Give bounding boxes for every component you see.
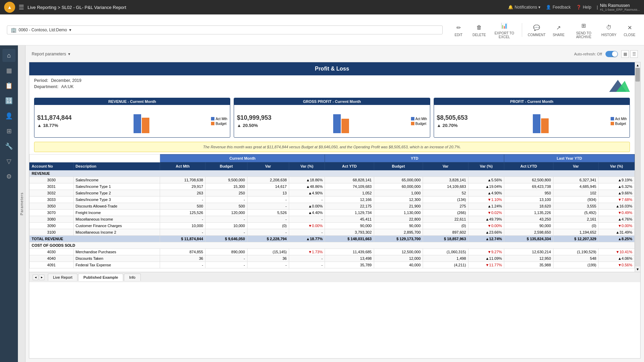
scroll-up-button[interactable]: ▲ [635, 62, 640, 68]
period-value: December, 2019 [51, 78, 81, 83]
cell-var: - [247, 262, 289, 268]
cell-var-pct-ytd: ▼0.00% [468, 223, 504, 229]
cell-bud: 500 [205, 203, 247, 210]
sidebar-icon-modules[interactable]: ⊞ [2, 125, 15, 138]
sidebar-icon-calculator[interactable]: 🔢 [2, 94, 15, 107]
cell-var: (15,145) [247, 249, 289, 255]
sidebar-icon-dashboard[interactable]: ▦ [2, 64, 15, 77]
dept-value: AA:UK [61, 84, 74, 89]
tab-info[interactable]: Info [124, 274, 140, 281]
cell-var-pct-ly: ▲31.49% [599, 229, 635, 236]
kpi-gp-body: $10,999,953 ▲ 20.50% [237, 108, 427, 135]
cell-var-ly: 1,194,652 [553, 229, 599, 236]
edit-button[interactable]: ✏ EDIT [451, 23, 466, 37]
comment-button[interactable]: 💬 COMMENT [528, 23, 546, 37]
kpi-gp-pct-value: 20.50% [243, 123, 258, 128]
chevron-down-icon: ▾ [538, 5, 540, 10]
tab-next-button[interactable]: ▸ [39, 275, 44, 280]
history-button[interactable]: ⏱ HISTORY [601, 23, 616, 37]
report-title: Profit & Loss [29, 62, 635, 75]
cell-acct: 3030 [30, 177, 74, 183]
cell-act-mth: 29,917 [160, 183, 205, 190]
close-button[interactable]: ✕ CLOSE [622, 23, 637, 37]
cell-act-ytd: 12,166 [325, 196, 374, 203]
share-button[interactable]: ↗ SHARE [551, 23, 566, 37]
kpi-gp-title: GROSS PROFIT - Current Month [234, 98, 430, 105]
table-view-icon[interactable]: ☰ [630, 50, 638, 58]
table-row: 3090 Customer Finance Charges 10,000 10,… [30, 223, 635, 229]
cell-var-pct: ▲48.86% [289, 183, 325, 190]
scroll-track[interactable] [635, 68, 640, 266]
cell-act-ytd: 13,498 [325, 255, 374, 262]
cell-act-lytd: 90,000 [504, 223, 553, 229]
cell-var-ytd: 1,498 [423, 255, 468, 262]
cell-var-ytd: 52 [423, 190, 468, 196]
sidebar-icon-reports[interactable]: 📋 [2, 79, 15, 92]
cell-var-ytd: 3,828,141 [423, 177, 468, 183]
th-var-ytd: Var [423, 162, 468, 170]
cell-var-pct-ly: ▼0.00% [599, 223, 635, 229]
cell-act-lytd: 35,988 [504, 262, 553, 268]
cell-var: 13 [247, 190, 289, 196]
company-icon: 🏢 [11, 27, 17, 33]
history-icon: ⏱ [604, 23, 614, 32]
bar-act-mth [134, 114, 141, 133]
export-icon: 📊 [499, 21, 509, 31]
cell-var: (0) [247, 223, 289, 229]
sidebar-icon-tools[interactable]: 🔧 [2, 140, 15, 153]
cell-act-lytd: 2,598,650 [504, 229, 553, 236]
send-to-archive-button[interactable]: ⊞ SEND TO ARCHIVE [572, 21, 596, 39]
cell-var-pct-ytd: ▲19.04% [468, 183, 504, 190]
sidebar-icon-home[interactable]: ⌂ [2, 49, 15, 62]
cell-var-pct: - [289, 229, 325, 236]
table-row: 3050 Discounts Allowed-Trade 500 500 - ▲… [30, 203, 635, 210]
scroll-down-button[interactable]: ▼ [635, 266, 640, 272]
sidebar-icon-filter[interactable]: ▽ [2, 155, 15, 168]
cell-act-mth: 36 [160, 255, 205, 262]
notifications-button[interactable]: 🔔 Notifications ▾ [508, 5, 540, 10]
export-to-excel-button[interactable]: 📊 EXPORT TO EXCEL [492, 21, 516, 39]
cell-acct: 3050 [30, 203, 74, 210]
menu-icon[interactable]: ☰ [19, 3, 24, 11]
tab-prev-button[interactable]: ◂ [33, 275, 38, 280]
sidebar-icon-settings[interactable]: ⚙ [2, 170, 15, 183]
cell-var-pct-ytd: ▲5.56% [468, 177, 504, 183]
nav-right: 🔔 Notifications ▾ 👤 Feedback ❓ Help | Ni… [508, 3, 640, 11]
cell-var-pct-ytd: ▲4.90% [468, 190, 504, 196]
table-row: 3080 Miscellaneous Income - - - - 45,411… [30, 216, 635, 223]
help-button[interactable]: ❓ Help [576, 5, 591, 10]
right-scrollbar[interactable]: ▲ ▼ [635, 62, 640, 272]
cell-var-ytd: 22,611 [423, 216, 468, 223]
parameters-panel[interactable]: Parameters [18, 45, 25, 362]
cell-bud: - [205, 262, 247, 268]
cell-var: 36 [247, 255, 289, 262]
report-tabs: ◂ ▸ Live Report Published Example Info [29, 272, 640, 282]
bar-bud-profit [541, 118, 549, 133]
breadcrumb-live-reporting[interactable]: Live Reporting [28, 5, 56, 10]
feedback-button[interactable]: 👤 Feedback [546, 5, 571, 10]
delete-button[interactable]: 🗑 DELETE [472, 23, 487, 37]
user-sub: #1_1-base_ERP_Rasmuss... [600, 8, 640, 11]
cell-bud: - [205, 196, 247, 203]
content-area: Report parameters ▾ Auto-refresh: Off ▦ … [25, 45, 644, 362]
cell-bud: 10,000 [205, 223, 247, 229]
report-params-toggle[interactable]: Report parameters ▾ [32, 52, 70, 56]
table-row: 3070 Freight Income 125,526 120,000 5,52… [30, 210, 635, 216]
grid-view-icon[interactable]: ▦ [621, 50, 629, 58]
breadcrumb: Live Reporting > SL02 - GL- P&L Variance… [28, 5, 505, 10]
auto-refresh-toggle[interactable] [605, 51, 618, 57]
kpi-gp-value: $10,999,953 [237, 114, 271, 121]
table-row: 4091 Federal Tax Expense - - - - 35,789 … [30, 262, 635, 268]
delete-icon: 🗑 [474, 23, 484, 32]
table-row: 3031 Sales/Income Type 1 29,917 15,300 1… [30, 183, 635, 190]
tab-live-report[interactable]: Live Report [48, 274, 77, 281]
tab-published-example[interactable]: Published Example [78, 274, 123, 281]
cell-desc: Merchandise Purchases [73, 249, 160, 255]
cell-act-lytd: 69,423,738 [504, 183, 553, 190]
kpi-row: REVENUE - Current Month $11,874,844 ▲ 18… [29, 96, 635, 140]
cell-var-pct-ytd: ▲11.09% [468, 255, 504, 262]
sidebar-icon-users[interactable]: 👤 [2, 109, 15, 123]
company-select[interactable]: 🏢 0060 - Contoso, Ltd:Demo ▾ [7, 25, 443, 34]
share-icon: ↗ [554, 23, 563, 32]
period-row: Period: December, 2019 [34, 78, 81, 83]
